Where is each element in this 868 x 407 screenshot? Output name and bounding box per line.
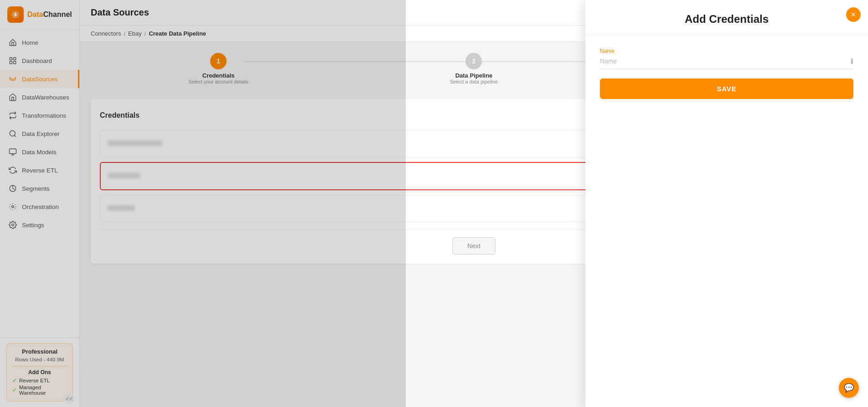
step-sublabel-2: Select a data pipeline: [450, 79, 498, 84]
add-credentials-panel: Add Credentials ✕ Name ℹ SAVE: [585, 0, 868, 407]
chat-bubble[interactable]: 💬: [839, 378, 859, 398]
save-button[interactable]: SAVE: [600, 78, 853, 99]
step-label-2: Data Pipeline: [455, 72, 493, 79]
overlay-title: Add Credentials: [600, 13, 853, 26]
overlay-close-button[interactable]: ✕: [846, 7, 861, 22]
name-field-label: Name: [600, 48, 853, 54]
dim-overlay: [0, 0, 406, 407]
info-icon[interactable]: ℹ: [851, 57, 853, 65]
step-circle-2: 2: [465, 53, 482, 69]
overlay-body: Name ℹ SAVE: [585, 35, 868, 407]
credentials-name-input[interactable]: [600, 57, 851, 65]
name-input-row: ℹ: [600, 57, 853, 69]
next-button[interactable]: Next: [452, 237, 496, 255]
overlay-header: Add Credentials ✕: [585, 0, 868, 35]
